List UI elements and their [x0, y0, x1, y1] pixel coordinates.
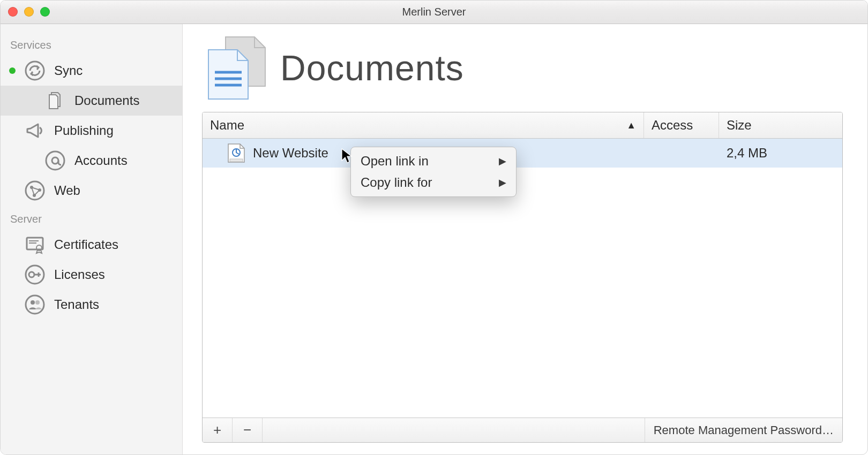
- sidebar-item-certificates[interactable]: Certificates: [1, 230, 182, 260]
- svg-rect-15: [230, 159, 243, 162]
- svg-point-3: [26, 181, 44, 200]
- sidebar-item-web[interactable]: Web: [1, 176, 182, 206]
- sidebar-section-services-label: Services: [1, 32, 182, 56]
- documents-hero-icon: [202, 36, 266, 100]
- people-icon: [23, 293, 47, 316]
- certificate-icon: [23, 233, 47, 256]
- add-document-button[interactable]: +: [203, 418, 233, 442]
- status-dot-icon: [9, 67, 16, 74]
- sidebar-item-licenses[interactable]: Licenses: [1, 260, 182, 290]
- context-menu-open-link-in[interactable]: Open link in ▶: [351, 150, 516, 172]
- footer-spacer: [263, 418, 645, 442]
- svg-point-2: [52, 157, 58, 164]
- key-icon: [23, 263, 47, 286]
- sidebar-item-label: Publishing: [54, 123, 114, 138]
- submenu-arrow-icon: ▶: [499, 177, 506, 188]
- submenu-arrow-icon: ▶: [499, 155, 506, 167]
- traffic-lights: [8, 7, 50, 17]
- sidebar-item-sync[interactable]: Sync: [1, 56, 182, 86]
- minus-icon: −: [243, 422, 251, 438]
- titlebar: Merlin Server: [1, 1, 867, 24]
- sidebar-section-server-label: Server: [1, 206, 182, 230]
- remote-password-button[interactable]: Remote Management Password…: [645, 418, 842, 442]
- window-title: Merlin Server: [1, 6, 867, 18]
- context-menu-item-label: Open link in: [361, 154, 429, 169]
- sidebar-item-label: Tenants: [54, 297, 99, 312]
- column-header-size[interactable]: Size: [719, 112, 842, 138]
- context-menu-copy-link-for[interactable]: Copy link for ▶: [351, 172, 516, 193]
- cell-size: 2,4 MB: [719, 139, 842, 168]
- svg-point-1: [46, 151, 64, 170]
- sync-icon: [23, 59, 47, 82]
- table-header: Name ▲ Access Size: [203, 112, 842, 139]
- sidebar-item-label: Accounts: [74, 153, 128, 168]
- column-header-access[interactable]: Access: [644, 112, 719, 138]
- page-title: Documents: [280, 48, 464, 88]
- content-area: Services Sync Documents Publishing: [1, 24, 867, 454]
- column-header-label: Access: [652, 118, 693, 133]
- globe-icon: [23, 179, 47, 202]
- svg-point-12: [31, 300, 35, 305]
- svg-point-10: [29, 272, 34, 277]
- context-menu: Open link in ▶ Copy link for ▶: [350, 147, 517, 197]
- plus-icon: +: [213, 422, 221, 438]
- cell-access: [644, 139, 719, 168]
- table-body: New Website 2,4 MB: [203, 139, 842, 418]
- column-header-label: Name: [210, 118, 244, 133]
- sidebar-item-label: Sync: [54, 63, 83, 78]
- sort-ascending-icon: ▲: [626, 120, 636, 131]
- page-header: Documents: [202, 36, 843, 100]
- sidebar-item-publishing[interactable]: Publishing: [1, 116, 182, 146]
- table-row[interactable]: New Website 2,4 MB: [203, 139, 842, 168]
- sidebar-item-label: Documents: [74, 93, 139, 108]
- svg-point-0: [26, 62, 44, 80]
- sidebar-item-label: Web: [54, 183, 80, 198]
- megaphone-icon: [23, 119, 47, 142]
- sidebar-item-accounts[interactable]: Accounts: [1, 146, 182, 176]
- file-name: New Website: [253, 146, 328, 161]
- project-file-icon: [227, 143, 245, 163]
- at-sign-icon: [43, 149, 67, 172]
- svg-point-13: [35, 300, 40, 305]
- sidebar-item-tenants[interactable]: Tenants: [1, 290, 182, 320]
- column-header-label: Size: [727, 118, 752, 133]
- documents-icon: [43, 89, 67, 112]
- sidebar: Services Sync Documents Publishing: [1, 24, 183, 454]
- sidebar-item-label: Licenses: [54, 267, 105, 282]
- close-window-button[interactable]: [8, 7, 18, 17]
- main-panel: Documents Name ▲ Access Size: [183, 24, 867, 454]
- minimize-window-button[interactable]: [24, 7, 34, 17]
- context-menu-item-label: Copy link for: [361, 175, 432, 190]
- svg-point-11: [26, 295, 44, 314]
- sidebar-item-label: Certificates: [54, 237, 118, 252]
- sidebar-item-documents[interactable]: Documents: [1, 86, 182, 116]
- table-footer: + − Remote Management Password…: [203, 418, 842, 442]
- app-window: Merlin Server Services Sync Documents: [0, 0, 868, 455]
- zoom-window-button[interactable]: [40, 7, 50, 17]
- remove-document-button[interactable]: −: [233, 418, 263, 442]
- column-header-name[interactable]: Name ▲: [203, 112, 644, 138]
- remote-password-label: Remote Management Password…: [654, 423, 834, 437]
- documents-table: Name ▲ Access Size: [202, 112, 843, 443]
